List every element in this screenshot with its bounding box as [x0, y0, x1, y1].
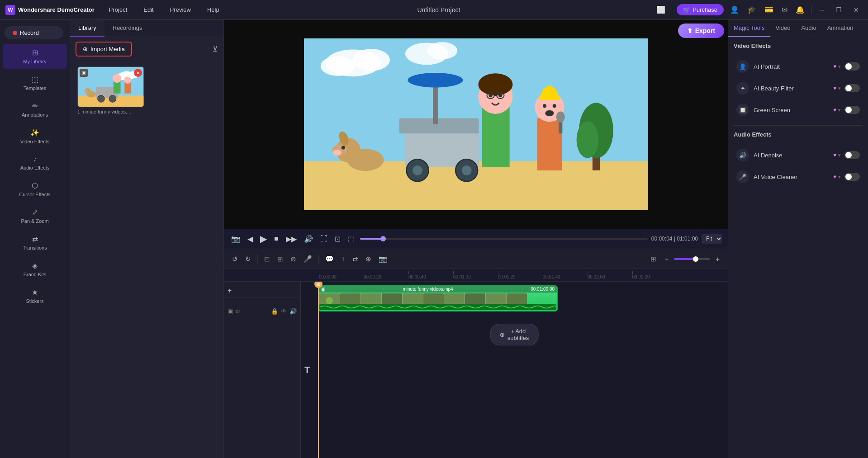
nav-edit[interactable]: Edit [140, 5, 157, 15]
filter-button[interactable]: ⊻ [213, 45, 218, 53]
mail-icon-btn[interactable]: ✉ [780, 4, 789, 16]
project-title: Untitled Project [223, 6, 655, 14]
nav-project[interactable]: Project [105, 5, 131, 15]
thumb-delete-icon[interactable]: ✕ [134, 69, 142, 77]
fast-forward-button[interactable]: ▶▶ [284, 233, 299, 245]
timeline-ruler: 00:00:00 00:00:20 00:00:40 00:01:00 00:0… [224, 269, 728, 282]
subtitle-track-label: T [304, 365, 310, 375]
tab-library[interactable]: Library [70, 20, 104, 37]
clip-icon: ▣ [321, 287, 325, 292]
export-button[interactable]: ⬆ Export [678, 24, 724, 38]
sidebar-item-stickers[interactable]: ★ Stickers [3, 283, 67, 308]
export-icon: ⬆ [687, 27, 693, 34]
play-button[interactable]: ▶ [258, 231, 269, 246]
zoom-slider[interactable] [674, 258, 710, 260]
fullscreen-button[interactable]: ⛶ [318, 233, 329, 245]
cursor-effects-icon: ⬡ [32, 181, 38, 190]
crop-tool-button[interactable]: ⊡ [261, 253, 273, 265]
app-wrapper: W Wondershare DemoCreator Project Edit P… [0, 0, 868, 458]
ai-denoise-toggle[interactable] [844, 151, 860, 159]
fit-select[interactable]: Fit [702, 234, 722, 244]
track-content: ⊞ T ⊕ + Add subtitles [301, 282, 728, 458]
video-clip[interactable]: ▣ minute funny videos.mp4 00:01:00:00 [318, 285, 558, 312]
ai-portrait-toggle[interactable] [844, 62, 860, 71]
import-media-button[interactable]: ⊕ Import Media [76, 42, 132, 57]
import-icon-btn[interactable]: ⬜ [655, 4, 667, 16]
screenshot-button[interactable]: 📷 [229, 233, 242, 245]
transition-tl-button[interactable]: ⇄ [350, 253, 361, 265]
ruler-mark-1: 00:00:20 [364, 274, 408, 279]
progress-bar[interactable] [360, 238, 648, 240]
fit-timeline-button[interactable]: ⊞ [648, 253, 659, 265]
camera-tl-button[interactable]: 📷 [376, 253, 390, 265]
undo-button[interactable]: ↺ [229, 253, 241, 265]
sidebar-item-pan-zoom[interactable]: ⤢ Pan & Zoom [3, 203, 67, 228]
svg-point-14 [124, 77, 131, 84]
minimize-button[interactable]: ─ [816, 5, 828, 15]
green-screen-toggle[interactable] [844, 106, 860, 114]
sidebar-item-annotations[interactable]: ✏ Annotations [3, 97, 67, 122]
comment-button[interactable]: 💬 [323, 253, 337, 265]
sidebar-item-templates[interactable]: ⬚ Templates [3, 71, 67, 95]
close-button[interactable]: ✕ [850, 5, 863, 15]
ai-voice-toggle[interactable] [844, 173, 860, 181]
time-total-value: 01:01:00 [677, 236, 698, 242]
sidebar-item-transitions[interactable]: ⇄ Transitions [3, 230, 67, 255]
sidebar-item-audio-effects[interactable]: ♪ Audio Effects [3, 151, 67, 175]
list-item[interactable]: ✕ ▣ 1 minute funny videos.... [77, 66, 144, 114]
record-tl-button[interactable]: ⊕ [363, 253, 374, 265]
effects-section-divider [734, 125, 863, 126]
track-visibility-button[interactable]: 👁 [281, 308, 287, 315]
stop-button[interactable]: ■ [272, 233, 280, 245]
ai-portrait-chevron-icon[interactable]: ▾ [838, 64, 841, 70]
bell-icon-btn[interactable]: 🔔 [794, 4, 806, 16]
record-button[interactable]: Record [5, 26, 63, 39]
rewind-button[interactable]: ◀ [246, 233, 255, 245]
nav-help[interactable]: Help [204, 5, 223, 15]
sidebar-item-my-library[interactable]: ⊞ My Library [3, 44, 67, 69]
track-lock-button[interactable]: 🔒 [271, 308, 278, 315]
hat-icon-btn[interactable]: 🎓 [745, 4, 758, 16]
track-type-icon: ▣ [228, 308, 233, 315]
ai-denoise-chevron-icon[interactable]: ▾ [838, 152, 841, 158]
tab-recordings[interactable]: Recordings [104, 20, 151, 37]
track-mute-button[interactable]: 🔊 [289, 308, 297, 315]
zoom-in-button[interactable]: + [713, 253, 722, 264]
preview-controls: 📷 ◀ ▶ ■ ▶▶ 🔊 ⛶ ⊡ ⬚ 00:00:04 | 01:01:00 [224, 229, 728, 249]
ai-voice-chevron-icon[interactable]: ▾ [838, 174, 841, 180]
sidebar-item-label-stickers: Stickers [26, 298, 43, 304]
split-button[interactable]: ⊞ [275, 253, 286, 265]
card-icon-btn[interactable]: 💳 [763, 4, 775, 16]
pip-button[interactable]: ⬚ [346, 233, 356, 245]
sidebar-item-cursor-effects[interactable]: ⬡ Cursor Effects [3, 177, 67, 202]
zoom-out-button[interactable]: − [662, 253, 671, 264]
volume-button[interactable]: 🔊 [302, 233, 315, 245]
nav-preview[interactable]: Preview [166, 5, 194, 15]
user-icon-btn[interactable]: 👤 [728, 4, 741, 16]
sidebar-item-video-effects[interactable]: ✨ Video Effects [3, 124, 67, 149]
tab-magic-tools[interactable]: Magic Tools [728, 20, 770, 37]
green-screen-chevron-icon[interactable]: ▾ [838, 107, 841, 113]
shield-button[interactable]: ⊘ [288, 253, 299, 265]
add-subtitles-button[interactable]: ⊕ + Add subtitles [490, 324, 539, 345]
sidebar-item-label-templates: Templates [24, 85, 46, 91]
effect-row-ai-portrait: 👤 AI Portrait ♥ ▾ [734, 57, 863, 76]
ai-beauty-chevron-icon[interactable]: ▾ [838, 85, 841, 91]
zoom-fill [674, 258, 696, 260]
text-button[interactable]: T [338, 253, 348, 264]
tab-video[interactable]: Video [770, 20, 796, 37]
sidebar-item-brand-kits[interactable]: ◈ Brand Kits [3, 257, 67, 282]
green-screen-name: Green Screen [754, 107, 833, 113]
tab-audio[interactable]: Audio [796, 20, 821, 37]
add-track-button[interactable]: + [228, 287, 232, 295]
right-panel-content: Video Effects 👤 AI Portrait ♥ ▾ ✦ AI Bea… [728, 37, 868, 458]
ai-beauty-toggle[interactable] [844, 84, 860, 92]
maximize-button[interactable]: ❐ [832, 5, 845, 15]
video-effects-icon: ✨ [30, 128, 39, 137]
crop-button[interactable]: ⊡ [333, 233, 342, 245]
purchase-button[interactable]: 🛒 Purchase [677, 4, 724, 15]
tab-animation[interactable]: Animation [822, 20, 859, 37]
pan-zoom-icon: ⤢ [32, 208, 38, 217]
redo-button[interactable]: ↻ [242, 253, 254, 265]
record-audio-button[interactable]: 🎤 [301, 253, 315, 265]
